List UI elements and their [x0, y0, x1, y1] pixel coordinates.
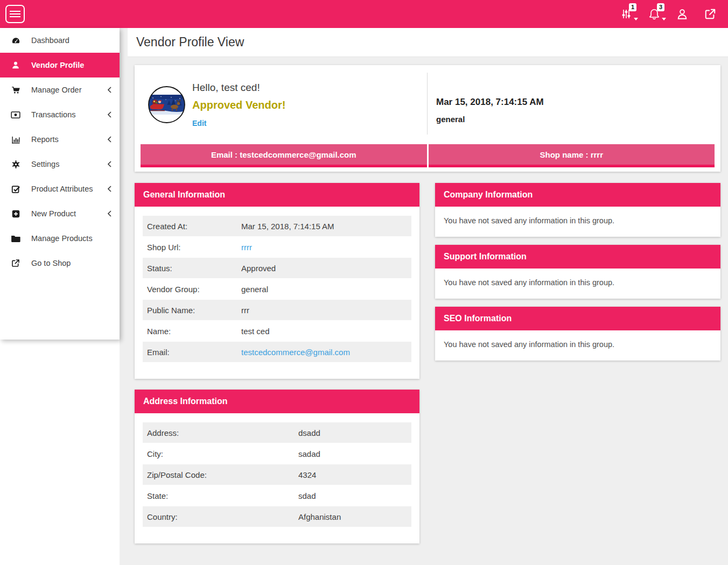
- bar-chart-icon: [11, 135, 20, 144]
- sidebar-item-manage-order[interactable]: Manage Order: [0, 77, 120, 102]
- folder-icon: [11, 234, 20, 243]
- hamburger-icon: [10, 11, 20, 12]
- chevron-left-icon: [108, 136, 111, 143]
- sidebar-item-label: Manage Products: [31, 234, 93, 243]
- money-icon: [11, 110, 20, 119]
- row-label: Vendor Group:: [147, 285, 241, 294]
- sidebar-item-label: Dashboard: [31, 36, 69, 45]
- panel-title: General Information: [135, 183, 419, 207]
- sidebar-item-label: Transactions: [31, 110, 75, 119]
- page-title: Vendor Profile View: [136, 35, 244, 50]
- empty-group-message: You have not saved any information in th…: [435, 207, 720, 237]
- row-label: Status:: [147, 264, 241, 273]
- gear-icon: [11, 159, 20, 169]
- row-label: Email:: [147, 348, 241, 357]
- external-link-icon: [11, 258, 20, 268]
- vendor-meta-block: Mar 15, 2018, 7:14:15 AM general: [427, 73, 720, 135]
- sidebar-item-transactions[interactable]: Transactions: [0, 102, 120, 127]
- info-row: City: sadad: [143, 443, 411, 464]
- sidebar-item-go-to-shop[interactable]: Go to Shop: [0, 251, 120, 276]
- filters-menu-button[interactable]: 1: [619, 7, 633, 21]
- sidebar-item-new-product[interactable]: New Product: [0, 201, 120, 226]
- plus-square-icon: [11, 209, 20, 218]
- row-label: Created At:: [147, 222, 241, 231]
- vendor-shop-bar: Shop name : rrrr: [429, 144, 715, 167]
- row-label: Zip/Postal Code:: [147, 470, 298, 479]
- vendor-greeting-block: Hello, test ced! Approved Vendor! Edit: [135, 65, 427, 144]
- row-value: Afghanistan: [298, 512, 341, 521]
- row-value: test ced: [241, 327, 270, 336]
- row-label: Shop Url:: [147, 243, 241, 252]
- vendor-bars: Email : testcedcommerce@gmail.com Shop n…: [141, 144, 715, 167]
- address-information-panel: Address Information Address: dsadd City:…: [135, 390, 419, 543]
- notifications-badge: 3: [657, 3, 664, 11]
- row-value: sdad: [298, 491, 316, 500]
- row-value: rrr: [241, 306, 249, 315]
- info-row: Created At: Mar 15, 2018, 7:14:15 AM: [143, 216, 411, 236]
- panel-title: Support Information: [435, 245, 720, 269]
- chevron-left-icon: [108, 186, 111, 192]
- info-row: Email: testcedcommerce@gmail.com: [143, 342, 411, 362]
- user-icon: [676, 8, 688, 20]
- row-value: 4324: [298, 470, 316, 479]
- row-value: sadad: [298, 449, 320, 458]
- caret-down-icon: [662, 18, 666, 20]
- sidebar-item-dashboard[interactable]: Dashboard: [0, 28, 120, 53]
- info-row: Name: test ced: [143, 321, 411, 341]
- filters-badge: 1: [629, 3, 636, 11]
- info-row: Status: Approved: [143, 258, 411, 278]
- sidebar-item-reports[interactable]: Reports: [0, 127, 120, 152]
- cart-icon: [11, 85, 20, 95]
- user-icon: [11, 60, 20, 70]
- row-value: general: [241, 285, 268, 294]
- sidebar-item-label: Settings: [31, 160, 59, 168]
- sidebar-item-settings[interactable]: Settings: [0, 152, 120, 176]
- topbar: 1 3: [0, 0, 728, 28]
- menu-toggle-button[interactable]: [5, 5, 25, 23]
- vendor-greeting: Hello, test ced!: [192, 82, 285, 94]
- sidebar-item-label: Go to Shop: [31, 259, 71, 267]
- caret-down-icon: [634, 18, 638, 20]
- page-header: Vendor Profile View: [128, 28, 728, 57]
- notifications-menu-button[interactable]: 3: [647, 7, 661, 21]
- row-value: Approved: [241, 264, 276, 273]
- row-label: City:: [147, 449, 298, 458]
- shop-url-link[interactable]: rrrr: [241, 243, 252, 252]
- sidebar-item-label: New Product: [31, 209, 76, 218]
- info-row: Address: dsadd: [143, 422, 411, 443]
- chevron-left-icon: [108, 161, 111, 167]
- logout-button[interactable]: [703, 7, 717, 21]
- topbar-actions: 1 3: [619, 7, 717, 21]
- main-area: Vendor Profile View: [120, 28, 728, 565]
- vendor-summary-card: Hello, test ced! Approved Vendor! Edit M…: [135, 65, 720, 172]
- seo-information-panel: SEO Information You have not saved any i…: [435, 307, 720, 361]
- row-label: Address:: [147, 428, 298, 437]
- sidebar-item-vendor-profile[interactable]: Vendor Profile: [0, 53, 120, 77]
- account-button[interactable]: [675, 7, 689, 21]
- vendor-status: Approved Vendor!: [192, 99, 285, 111]
- chevron-left-icon: [108, 210, 111, 217]
- dashboard-icon: [11, 36, 20, 45]
- row-label: Public Name:: [147, 306, 241, 315]
- support-information-panel: Support Information You have not saved a…: [435, 245, 720, 299]
- row-label: State:: [147, 491, 298, 500]
- info-row: Vendor Group: general: [143, 279, 411, 299]
- sidebar-item-manage-products[interactable]: Manage Products: [0, 226, 120, 251]
- check-square-icon: [11, 184, 20, 194]
- info-row: Shop Url: rrrr: [143, 237, 411, 257]
- info-row: Public Name: rrr: [143, 300, 411, 320]
- vendor-created-date: Mar 15, 2018, 7:14:15 AM: [436, 97, 720, 108]
- sidebar-item-label: Product Attributes: [31, 185, 93, 193]
- email-link[interactable]: testcedcommerce@gmail.com: [241, 348, 350, 357]
- avatar: [148, 86, 186, 144]
- page-content: Hello, test ced! Approved Vendor! Edit M…: [120, 57, 728, 565]
- external-link-icon: [704, 8, 716, 20]
- general-information-panel: General Information Created At: Mar 15, …: [135, 183, 419, 379]
- panel-title: Address Information: [135, 390, 419, 413]
- info-row: Zip/Postal Code: 4324: [143, 464, 411, 485]
- chevron-left-icon: [108, 87, 111, 93]
- sidebar: Dashboard Vendor Profile: [0, 28, 120, 340]
- sidebar-item-product-attributes[interactable]: Product Attributes: [0, 176, 120, 201]
- sidebar-item-label: Manage Order: [31, 86, 82, 94]
- edit-profile-link[interactable]: Edit: [192, 119, 206, 128]
